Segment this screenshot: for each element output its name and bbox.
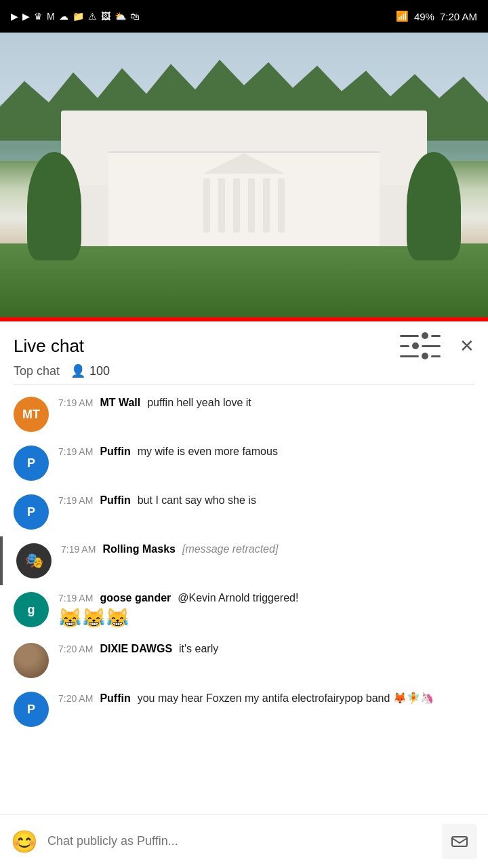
status-icons: ▶ ▶ ♛ M ☁ 📁 ⚠ 🖼 ⛅ 🛍	[11, 11, 140, 22]
slider-line2	[400, 342, 441, 349]
message-header: 7:20 AM DIXIE DAWGS it's early	[58, 643, 474, 655]
list-item: 7:20 AM DIXIE DAWGS it's early	[0, 636, 488, 685]
avatar: MT	[14, 397, 49, 432]
message-time: 7:20 AM	[58, 693, 93, 704]
list-item: MT 7:19 AM MT Wall puffin hell yeah love…	[0, 390, 488, 439]
alert-icon: ⚠	[88, 11, 97, 22]
hero-image	[0, 33, 488, 317]
folder-icon: 📁	[73, 11, 84, 22]
slider-line3	[400, 353, 441, 359]
main-content: Live chat	[0, 321, 488, 793]
avatar: P	[14, 692, 49, 727]
message-time: 7:19 AM	[58, 593, 93, 604]
svg-rect-0	[452, 837, 467, 846]
chat-header-icons: ✕	[400, 332, 474, 359]
message-author: Rolling Masks	[102, 543, 176, 555]
bag-icon: 🛍	[130, 11, 140, 22]
avatar	[14, 643, 49, 678]
message-text: but I cant say who she is	[138, 494, 256, 507]
avatar: P	[14, 446, 49, 481]
emoji-line: 😹😹😹	[58, 607, 474, 629]
live-chat-title: Live chat	[14, 336, 84, 357]
list-item: P 7:19 AM Puffin my wife is even more fa…	[0, 439, 488, 488]
chat-input-bar: 😊	[0, 814, 488, 868]
message-header: 7:20 AM Puffin you may hear Foxzen my an…	[58, 692, 474, 705]
trees-foreground	[0, 189, 488, 260]
message-time: 7:19 AM	[58, 397, 93, 408]
chat-input[interactable]	[47, 834, 432, 848]
list-item: g 7:19 AM goose gander @Kevin Arnold tri…	[0, 585, 488, 636]
viewer-count: 👤 100	[70, 363, 110, 378]
chat-messages: MT 7:19 AM MT Wall puffin hell yeah love…	[0, 384, 488, 739]
tree-left	[27, 152, 81, 260]
message-author: Puffin	[100, 446, 130, 458]
cloud2-icon: ⛅	[115, 11, 126, 22]
message-author: DIXIE DAWGS	[100, 643, 172, 655]
message-header: 7:19 AM Puffin my wife is even more famo…	[58, 446, 474, 458]
crown-icon: ♛	[34, 11, 43, 22]
status-bar: ▶ ▶ ♛ M ☁ 📁 ⚠ 🖼 ⛅ 🛍 📶 49% 7:20 AM	[0, 0, 488, 33]
close-button[interactable]: ✕	[460, 336, 474, 357]
status-right: 📶 49% 7:20 AM	[396, 10, 477, 22]
message-text: you may hear Foxzen my antifa electrofai…	[138, 692, 434, 705]
message-header: 7:19 AM goose gander @Kevin Arnold trigg…	[58, 592, 474, 604]
message-text: puffin hell yeah love it	[147, 397, 251, 409]
cloud-icon: ☁	[59, 11, 68, 22]
message-author: Puffin	[100, 692, 130, 705]
avatar: g	[14, 592, 49, 627]
message-content: 7:19 AM Puffin my wife is even more famo…	[58, 446, 474, 460]
message-author: Puffin	[100, 494, 130, 507]
message-text: it's early	[179, 643, 218, 655]
avatar: 🎭	[16, 543, 52, 578]
message-author: MT Wall	[100, 397, 140, 409]
tree-right	[407, 152, 461, 260]
battery-text: 49%	[414, 11, 434, 22]
message-text: my wife is even more famous	[138, 446, 278, 458]
emoji-button[interactable]: 😊	[11, 829, 38, 854]
message-header: 7:19 AM Rolling Masks [message retracted…	[61, 543, 474, 555]
wh-roof	[203, 153, 285, 174]
chat-title-row: Live chat	[14, 332, 474, 359]
list-item: 🎭 7:19 AM Rolling Masks [message retract…	[0, 536, 488, 585]
yt2-icon: ▶	[22, 11, 30, 22]
list-item: P 7:19 AM Puffin but I cant say who she …	[0, 488, 488, 536]
message-header: 7:19 AM MT Wall puffin hell yeah love it	[58, 397, 474, 409]
message-time: 7:19 AM	[58, 446, 93, 457]
send-icon	[451, 834, 468, 849]
message-content: 7:20 AM DIXIE DAWGS it's early	[58, 643, 474, 658]
yt-icon: ▶	[11, 11, 18, 22]
avatar: P	[14, 494, 49, 530]
message-header: 7:19 AM Puffin but I cant say who she is	[58, 494, 474, 507]
message-author: goose gander	[100, 592, 171, 604]
list-item: P 7:20 AM Puffin you may hear Foxzen my …	[0, 685, 488, 734]
top-chat-label: Top chat	[14, 364, 60, 378]
viewer-number: 100	[89, 364, 110, 378]
message-content: 7:19 AM Rolling Masks [message retracted…	[61, 543, 474, 558]
message-content: 7:20 AM Puffin you may hear Foxzen my an…	[58, 692, 474, 707]
person-icon: 👤	[70, 363, 85, 378]
message-time: 7:19 AM	[58, 495, 93, 506]
message-content: 7:19 AM goose gander @Kevin Arnold trigg…	[58, 592, 474, 629]
wifi-icon: 📶	[396, 10, 409, 22]
message-text-retracted: [message retracted]	[182, 543, 278, 555]
chat-subtitle-row: Top chat 👤 100	[14, 363, 474, 378]
slider-line1	[400, 332, 441, 339]
message-time: 7:19 AM	[61, 544, 96, 555]
send-button[interactable]	[442, 824, 477, 859]
clock: 7:20 AM	[440, 11, 477, 22]
message-content: 7:19 AM MT Wall puffin hell yeah love it	[58, 397, 474, 412]
message-time: 7:20 AM	[58, 644, 93, 654]
image-icon: 🖼	[101, 11, 110, 22]
message-text: @Kevin Arnold triggered!	[178, 592, 298, 604]
message-content: 7:19 AM Puffin but I cant say who she is	[58, 494, 474, 509]
chat-header: Live chat	[0, 321, 488, 384]
m-icon: M	[47, 11, 55, 22]
sliders-icon[interactable]	[400, 332, 441, 359]
